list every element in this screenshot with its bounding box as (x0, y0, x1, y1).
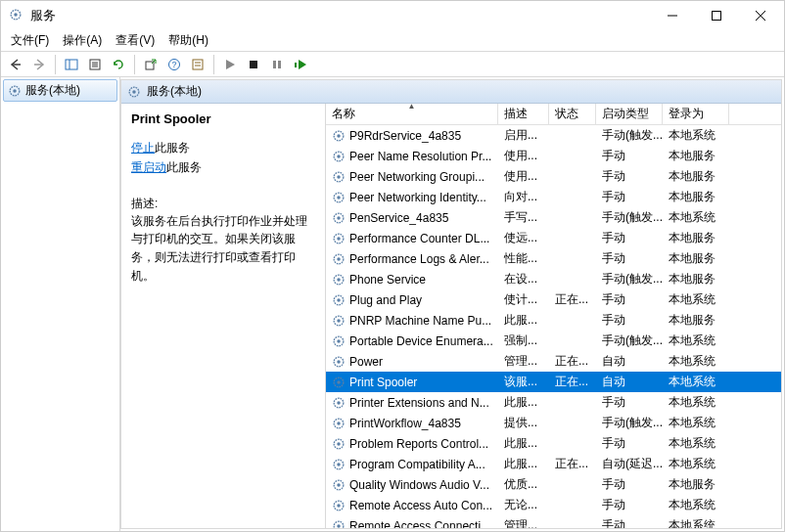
column-headers: 名称 ▲ 描述 状态 启动类型 登录为 (326, 104, 781, 125)
col-name-label: 名称 (332, 106, 355, 122)
cell-desc: 管理... (498, 517, 549, 528)
cell-startup: 手动 (596, 148, 663, 164)
cell-name: Remote Access Auto Con... (326, 499, 498, 512)
cell-logon: 本地服务 (663, 230, 729, 246)
services-window: 服务 文件(F) 操作(A) 查看(V) 帮助(H) ? (0, 0, 785, 532)
table-row[interactable]: Peer Networking Identity...向对...手动本地服务 (326, 187, 781, 207)
table-row[interactable]: Printer Extensions and N...此服...手动本地系统 (326, 392, 781, 413)
cell-name: Performance Logs & Aler... (326, 252, 498, 266)
table-row[interactable]: Phone Service在设...手动(触发...本地服务 (326, 269, 781, 289)
detail-desc: 该服务在后台执行打印作业并处理与打印机的交互。如果关闭该服务，则无法进行打印或查… (131, 212, 315, 285)
cell-name: PNRP Machine Name Pu... (326, 314, 498, 328)
table-row[interactable]: Peer Networking Groupi...使用...手动本地服务 (326, 166, 781, 187)
table-row[interactable]: PrintWorkflow_4a835提供...手动(触发...本地系统 (326, 413, 781, 433)
col-status[interactable]: 状态 (549, 104, 596, 124)
minimize-button[interactable] (650, 2, 694, 29)
export-button[interactable] (140, 54, 162, 75)
cell-name: Plug and Play (326, 293, 498, 307)
cell-startup: 自动(延迟... (596, 456, 663, 472)
service-name: Program Compatibility A... (349, 458, 485, 471)
gear-icon (332, 376, 346, 389)
maximize-button[interactable] (694, 2, 738, 29)
table-row[interactable]: Portable Device Enumera...强制...手动(触发...本… (326, 331, 781, 351)
table-row[interactable]: Problem Reports Control...此服...手动本地系统 (326, 433, 781, 454)
gear-icon (332, 232, 346, 245)
cell-name: P9RdrService_4a835 (326, 129, 498, 143)
titlebar: 服务 (1, 1, 784, 30)
menubar: 文件(F) 操作(A) 查看(V) 帮助(H) (1, 30, 784, 52)
table-row[interactable]: P9RdrService_4a835启用...手动(触发...本地系统 (326, 125, 781, 146)
close-button[interactable] (738, 2, 782, 29)
table-row[interactable]: Program Compatibility A...此服...正在...自动(延… (326, 454, 781, 474)
svg-rect-24 (295, 63, 297, 67)
cell-startup: 手动 (596, 312, 663, 329)
properties-button[interactable] (84, 54, 106, 75)
cell-status: 正在... (549, 374, 596, 390)
cell-startup: 手动 (596, 168, 663, 185)
forward-button[interactable] (28, 54, 50, 75)
table-row[interactable]: Plug and Play使计...正在...手动本地系统 (326, 289, 781, 310)
table-row[interactable]: Performance Counter DL...使远...手动本地服务 (326, 228, 781, 248)
table-row[interactable]: PNRP Machine Name Pu...此服...手动本地服务 (326, 310, 781, 331)
stop-service-button[interactable] (243, 54, 264, 75)
cell-name: Peer Networking Identity... (326, 191, 498, 204)
col-startup[interactable]: 启动类型 (596, 104, 663, 124)
cell-logon: 本地服务 (663, 271, 729, 288)
restart-service-link[interactable]: 重启动 (131, 160, 166, 174)
table-row[interactable]: Quality Windows Audio V...优质...手动本地服务 (326, 474, 781, 495)
cell-name: Peer Networking Groupi... (326, 170, 498, 184)
table-row[interactable]: PenService_4a835手写...手动(触发...本地系统 (326, 207, 781, 228)
table-row[interactable]: Peer Name Resolution Pr...使用...手动本地服务 (326, 146, 781, 166)
show-hide-tree-button[interactable] (61, 54, 82, 75)
col-logon[interactable]: 登录为 (663, 104, 729, 124)
refresh-button[interactable] (108, 54, 129, 75)
cell-logon: 本地系统 (663, 127, 729, 144)
gear-icon (332, 314, 346, 328)
tree-item-services-local[interactable]: 服务(本地) (3, 79, 117, 102)
svg-text:?: ? (171, 60, 176, 69)
svg-point-47 (337, 298, 341, 302)
cell-startup: 手动 (596, 435, 663, 452)
cell-startup: 手动(触发... (596, 415, 663, 431)
gear-icon (332, 417, 346, 430)
menu-action[interactable]: 操作(A) (57, 30, 108, 51)
table-row[interactable]: Performance Logs & Aler...性能...手动本地服务 (326, 248, 781, 269)
menu-view[interactable]: 查看(V) (110, 30, 161, 51)
table-row[interactable]: Power管理...正在...自动本地系统 (326, 351, 781, 372)
help-button[interactable]: ? (163, 54, 185, 75)
cell-startup: 手动 (596, 517, 663, 528)
cell-desc: 向对... (498, 189, 549, 205)
cell-desc: 使计... (498, 291, 549, 308)
pause-service-button[interactable] (266, 54, 288, 75)
group-header: 服务(本地) (121, 80, 781, 104)
cell-logon: 本地系统 (663, 415, 729, 431)
toolbar-separator (134, 55, 135, 74)
table-row[interactable]: Remote Access Connecti...管理...手动本地系统 (326, 515, 781, 528)
menu-help[interactable]: 帮助(H) (162, 30, 214, 51)
start-service-button[interactable] (219, 54, 241, 75)
cell-desc: 使用... (498, 148, 549, 164)
svg-point-59 (337, 421, 341, 425)
col-desc[interactable]: 描述 (498, 104, 549, 124)
gear-icon (332, 396, 346, 410)
table-row[interactable]: Remote Access Auto Con...无论...手动本地系统 (326, 495, 781, 515)
table-row[interactable]: Print Spooler该服...正在...自动本地系统 (326, 372, 781, 392)
cell-logon: 本地系统 (663, 435, 729, 452)
gear-icon (332, 191, 346, 204)
cell-name: Remote Access Connecti... (326, 519, 498, 529)
stop-service-link[interactable]: 停止 (131, 141, 155, 155)
svg-point-65 (337, 483, 341, 487)
svg-point-33 (337, 155, 341, 158)
restart-service-button[interactable] (290, 54, 311, 75)
svg-point-53 (337, 360, 341, 364)
back-button[interactable] (5, 54, 26, 75)
filter-button[interactable] (187, 54, 208, 75)
menu-file[interactable]: 文件(F) (5, 30, 55, 51)
svg-point-37 (337, 196, 341, 200)
cell-name: Program Compatibility A... (326, 458, 498, 471)
service-name: Print Spooler (349, 376, 417, 389)
cell-logon: 本地服务 (663, 189, 729, 205)
svg-point-67 (337, 504, 341, 508)
svg-point-49 (337, 319, 341, 323)
col-name[interactable]: 名称 ▲ (326, 104, 498, 124)
